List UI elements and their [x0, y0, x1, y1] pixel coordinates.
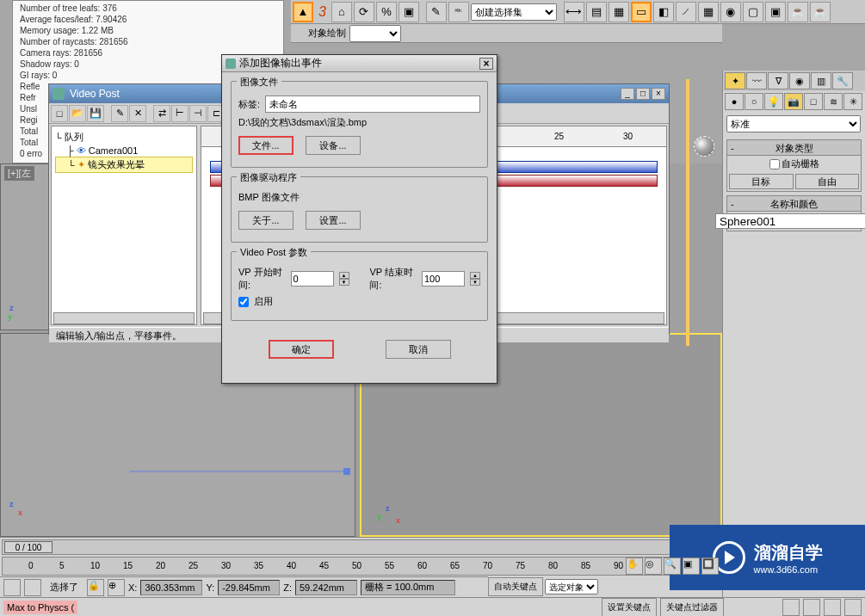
- device-button[interactable]: 设备...: [306, 136, 361, 155]
- nav-btn[interactable]: [824, 599, 841, 616]
- shapes-tab[interactable]: ○: [745, 93, 763, 110]
- align-icon[interactable]: ▤: [586, 2, 607, 22]
- time-slider[interactable]: 0 / 100: [2, 539, 720, 555]
- key-filter-button[interactable]: 关键点过滤器: [660, 598, 724, 617]
- close-button[interactable]: ×: [652, 88, 665, 100]
- set-key-button[interactable]: 设置关键点: [602, 598, 657, 617]
- category-dropdown[interactable]: 标准: [726, 115, 861, 132]
- script-icon[interactable]: [3, 579, 21, 596]
- autogrid-checkbox[interactable]: [769, 159, 780, 169]
- object-name-input[interactable]: [715, 213, 865, 229]
- render-icon[interactable]: ☕: [810, 2, 831, 22]
- nav-btn[interactable]: [782, 599, 800, 616]
- tool-btn[interactable]: ⌂: [331, 2, 352, 22]
- z-coord[interactable]: 59.242mm: [295, 580, 357, 595]
- ok-button[interactable]: 确定: [269, 340, 334, 359]
- queue-lens-glow[interactable]: └✦镜头效果光晕: [55, 157, 193, 173]
- tool-btn[interactable]: ⟳: [354, 2, 374, 22]
- key-mode-dropdown[interactable]: 选定对象: [545, 579, 598, 594]
- lights-tab[interactable]: 💡: [764, 93, 783, 110]
- selection-set-dropdown[interactable]: 创建选择集: [471, 3, 557, 21]
- maximize-button[interactable]: □: [636, 88, 650, 100]
- new-icon[interactable]: □: [51, 105, 68, 122]
- script-listener[interactable]: Max to Physcs (: [3, 601, 77, 614]
- x-coord[interactable]: 360.353mm: [140, 580, 202, 595]
- free-camera-button[interactable]: 自由: [795, 174, 860, 189]
- frame-indicator[interactable]: 0 / 100: [4, 541, 53, 553]
- percent-icon[interactable]: %: [376, 2, 397, 22]
- viewport-label[interactable]: [+][左: [4, 166, 34, 181]
- schematic-icon[interactable]: ▦: [698, 2, 719, 22]
- nav-btn[interactable]: [803, 599, 820, 616]
- tree-scrollbar[interactable]: [53, 312, 195, 324]
- video-post-queue[interactable]: └队列 ├👁Camera001 └✦镜头效果光晕: [51, 126, 197, 325]
- section-header[interactable]: -对象类型: [727, 140, 861, 156]
- selection-status: 选择了: [45, 581, 83, 594]
- geometry-tab[interactable]: ●: [725, 93, 744, 110]
- spacewarps-tab[interactable]: ≋: [824, 93, 843, 110]
- vp-end-input[interactable]: [422, 271, 465, 286]
- tool-btn[interactable]: ᴬᴮᶜ: [448, 2, 469, 22]
- swap-icon[interactable]: ⇄: [153, 105, 170, 122]
- vp-start-input[interactable]: [291, 271, 334, 286]
- display-tab[interactable]: ▥: [811, 72, 831, 89]
- material-icon[interactable]: ◉: [720, 2, 741, 22]
- target-camera-button[interactable]: 目标: [729, 174, 794, 189]
- lock-icon[interactable]: [24, 579, 41, 596]
- layers-icon[interactable]: ▭: [631, 2, 652, 22]
- tool-btn[interactable]: ▦: [609, 2, 629, 22]
- tag-label: 标签:: [238, 98, 260, 111]
- zoom-extents-icon[interactable]: ▣: [683, 557, 700, 575]
- maximize-viewport-icon[interactable]: 🔲: [701, 557, 719, 575]
- cancel-button[interactable]: 取消: [386, 340, 451, 359]
- dialog-titlebar[interactable]: 添加图像输出事件 ×: [222, 55, 497, 72]
- auto-key-button[interactable]: 自动关键点: [488, 577, 543, 596]
- enable-checkbox[interactable]: [238, 297, 249, 307]
- time-ruler[interactable]: 0 5 10 15 20 25 30 35 40 45 50 55 60 65 …: [2, 557, 720, 576]
- render-frame-icon[interactable]: ▣: [765, 2, 786, 22]
- queue-root[interactable]: └队列: [55, 130, 193, 145]
- motion-tab[interactable]: ◉: [789, 72, 810, 89]
- queue-camera[interactable]: ├👁Camera001: [55, 145, 193, 157]
- zoom-icon[interactable]: 🔍: [664, 557, 681, 575]
- render-icon[interactable]: ☕: [788, 2, 808, 22]
- about-button[interactable]: 关于...: [238, 211, 293, 230]
- align-right-icon[interactable]: ⊣: [189, 105, 207, 122]
- save-icon[interactable]: 💾: [87, 105, 104, 122]
- sphere-object[interactable]: [694, 136, 714, 157]
- hierarchy-tab[interactable]: ∇: [768, 72, 788, 89]
- helpers-tab[interactable]: □: [804, 93, 823, 110]
- file-button[interactable]: 文件...: [238, 136, 293, 155]
- edit-icon[interactable]: ✎: [111, 105, 128, 122]
- mirror-icon[interactable]: ⟷: [564, 2, 584, 22]
- tag-input[interactable]: [265, 95, 480, 113]
- orbit-icon[interactable]: ◎: [645, 557, 662, 575]
- open-icon[interactable]: 📂: [69, 105, 86, 122]
- spinner-buttons[interactable]: ▲▼: [339, 272, 349, 286]
- delete-icon[interactable]: ✕: [129, 105, 146, 122]
- dialog-close-button[interactable]: ×: [479, 58, 493, 70]
- modify-tab[interactable]: 〰: [746, 72, 767, 89]
- tool-btn[interactable]: ◧: [653, 2, 674, 22]
- nav-btn[interactable]: [844, 599, 862, 616]
- minimize-button[interactable]: _: [621, 88, 634, 100]
- paint-dropdown[interactable]: [349, 25, 401, 42]
- tool-btn[interactable]: ▣: [399, 2, 419, 22]
- add-image-output-dialog: 添加图像输出事件 × 图像文件 标签: D:\我的文档\3dsmax\渲染.bm…: [221, 54, 497, 384]
- tool-btn[interactable]: ✎: [426, 2, 447, 22]
- render-setup-icon[interactable]: ▢: [743, 2, 763, 22]
- align-left-icon[interactable]: ⊢: [171, 105, 188, 122]
- coord-icon[interactable]: ⊕: [108, 579, 125, 596]
- create-tab[interactable]: ✦: [725, 72, 745, 89]
- curve-editor-icon[interactable]: ⟋: [676, 2, 696, 22]
- y-coord[interactable]: -29.845mm: [218, 580, 280, 595]
- lock-selection-icon[interactable]: 🔒: [87, 579, 104, 596]
- settings-button[interactable]: 设置...: [306, 211, 361, 230]
- utilities-tab[interactable]: 🔧: [832, 72, 853, 89]
- systems-tab[interactable]: ✳: [843, 93, 862, 110]
- section-header[interactable]: -名称和颜色: [727, 196, 861, 212]
- spinner-buttons[interactable]: ▲▼: [470, 272, 480, 286]
- cameras-tab[interactable]: 📷: [784, 93, 803, 110]
- pan-icon[interactable]: ✋: [626, 557, 643, 575]
- tool-btn[interactable]: ▲: [293, 2, 313, 22]
